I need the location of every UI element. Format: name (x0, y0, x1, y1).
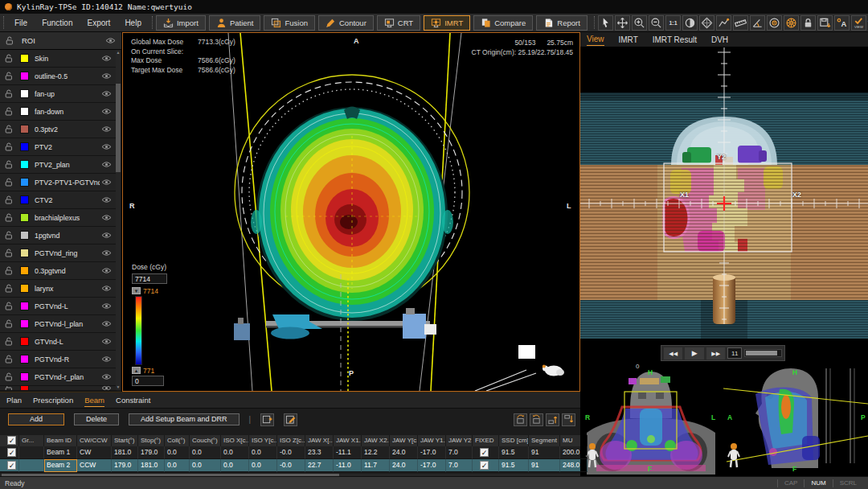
beam-group-cell[interactable] (19, 446, 44, 459)
roi-item[interactable] (0, 386, 117, 391)
lock-icon[interactable] (5, 372, 13, 381)
visibility-icon[interactable] (101, 249, 112, 257)
lock-icon[interactable] (5, 54, 13, 63)
toolbar-button-report[interactable]: Report (536, 15, 588, 31)
column-header[interactable]: Coll(°) (165, 435, 190, 446)
roi-color-swatch[interactable] (20, 355, 29, 364)
dose-max-marker[interactable]: ▼7714 (132, 286, 188, 295)
menu-function[interactable]: Function (35, 18, 80, 27)
beam-beam_id-cell[interactable]: Beam 2 (44, 459, 77, 472)
tool-probe[interactable] (716, 15, 731, 31)
play-button[interactable]: ▶ (685, 347, 703, 360)
visibility-icon[interactable] (101, 108, 112, 115)
visibility-icon[interactable] (101, 143, 112, 150)
row-select-cell[interactable]: ✓ (0, 446, 19, 459)
beam-coll-cell[interactable]: 0.0 (165, 446, 190, 459)
tool-angle[interactable] (750, 15, 765, 31)
beam-segment-cell[interactable]: 91 (529, 446, 560, 459)
beam-ssd-cell[interactable]: 91.5 (499, 446, 529, 459)
roi-item[interactable]: 1pgtvnd (0, 227, 117, 244)
roi-color-swatch[interactable] (20, 372, 29, 381)
checkbox-icon[interactable]: ✓ (7, 436, 16, 445)
tool-pan[interactable] (615, 15, 630, 31)
tab-imrt[interactable]: IMRT (619, 34, 638, 46)
tool-beam-wheel[interactable] (784, 15, 799, 31)
lock-icon[interactable] (5, 125, 13, 134)
roi-item[interactable]: PTV2-PTV1-PGTVnd-PGTVn: (0, 174, 117, 191)
marker-up-icon[interactable]: ▲ (132, 367, 141, 374)
lock-icon[interactable] (5, 337, 13, 346)
beam-iso_y-cell[interactable]: 0.0 (249, 446, 277, 459)
column-header[interactable]: Stop(°) (138, 435, 165, 446)
tab-beam[interactable]: Beam (84, 394, 104, 407)
roi-item[interactable]: GTVnd-L (0, 333, 117, 351)
tab-plan[interactable]: Plan (6, 394, 22, 406)
visibility-icon[interactable] (101, 373, 112, 380)
toolbar-button-compare[interactable]: Compare (473, 15, 533, 31)
lock-icon[interactable] (5, 231, 13, 240)
roi-item[interactable]: fan-down (0, 103, 117, 121)
rotate-right-button[interactable] (530, 413, 543, 426)
visibility-icon[interactable] (101, 285, 112, 292)
bev-view[interactable]: Y2 X1 X2 (580, 47, 868, 362)
tool-text-annotation[interactable]: A (834, 15, 850, 31)
visibility-icon[interactable] (101, 196, 112, 203)
beam-table-row[interactable]: ✓Beam 1CW181.0179.00.00.00.00.0-0.023.3-… (0, 446, 580, 459)
checkbox-icon[interactable]: ✓ (480, 461, 489, 470)
beam-jaw_x2-cell[interactable]: 11.7 (362, 459, 390, 472)
beam-iso_x-cell[interactable]: 0.0 (221, 459, 249, 472)
roi-item[interactable]: 0.3ptv2 (0, 121, 117, 138)
tab-imrt-result[interactable]: IMRT Result (653, 34, 697, 46)
rewind-button[interactable]: ◀◀ (664, 347, 682, 360)
delete-beam-button[interactable]: Delete (74, 413, 119, 425)
checkbox-icon[interactable]: ✓ (480, 448, 489, 457)
lock-icon[interactable] (5, 355, 13, 364)
new-window-button[interactable] (260, 413, 274, 426)
roi-color-swatch[interactable] (20, 178, 29, 187)
menu-export[interactable]: Export (80, 18, 117, 27)
column-header[interactable]: Couch(°) (190, 435, 221, 446)
add-setup-beam-drr-button[interactable]: Add Setup Beam and DRR (129, 413, 240, 425)
roi-color-swatch[interactable] (20, 72, 29, 80)
roi-color-swatch[interactable] (20, 266, 29, 275)
beam-jaw_x1-cell[interactable]: -11.1 (334, 446, 362, 459)
beam-jaw_y-cell[interactable]: 24.0 (390, 446, 418, 459)
column-header[interactable]: Start(°) (112, 435, 138, 446)
coronal-view[interactable]: H R L F (580, 362, 722, 476)
roi-item[interactable]: PTV2 (0, 138, 117, 156)
tool-save-view[interactable] (817, 15, 833, 31)
checkbox-icon[interactable]: ✓ (7, 461, 16, 470)
beam-jaw_y2-cell[interactable]: 7.0 (446, 459, 473, 472)
roi-scrollbar[interactable]: ▲ ▼ (116, 50, 121, 390)
roi-item[interactable]: Skin (0, 50, 117, 68)
roi-item[interactable]: fan-up (0, 85, 117, 103)
lock-icon[interactable] (5, 160, 13, 169)
toolbar-button-contour[interactable]: Contour (318, 15, 374, 31)
visibility-icon[interactable] (101, 386, 112, 391)
column-header[interactable]: JAW Y[c... (390, 435, 418, 446)
roi-color-swatch[interactable] (20, 89, 29, 98)
visibility-icon[interactable] (101, 214, 112, 221)
tool-zoom-in[interactable] (632, 15, 647, 31)
fast-forward-button[interactable]: ▶▶ (706, 347, 725, 360)
column-header[interactable]: ISO Y[c... (249, 435, 277, 446)
roi-color-swatch[interactable] (20, 231, 29, 240)
dose-min-marker[interactable]: ▲771 (132, 366, 188, 375)
toolbar-button-imrt[interactable]: IMRT (424, 15, 470, 31)
visibility-icon[interactable] (101, 90, 112, 97)
lock-icon[interactable] (5, 302, 13, 310)
visibility-icon[interactable] (101, 232, 112, 239)
rotate-left-button[interactable] (514, 413, 527, 426)
fixed-cell[interactable]: ✓ (473, 459, 499, 472)
lock-icon[interactable] (5, 107, 13, 116)
tool-pointer[interactable] (598, 15, 613, 31)
lock-icon[interactable] (5, 319, 13, 328)
beam-table-row[interactable]: ✓Beam 2CCW179.0181.00.00.00.00.0-0.022.7… (0, 459, 580, 472)
fixed-cell[interactable]: ✓ (473, 446, 499, 459)
visibility-icon[interactable] (101, 320, 112, 327)
lock-icon[interactable] (5, 178, 13, 187)
roi-item[interactable]: 0.3pgtvnd (0, 262, 117, 280)
column-header[interactable]: JAW X[... (305, 435, 334, 446)
column-header[interactable]: JAW X2... (362, 435, 390, 446)
visibility-icon[interactable] (101, 355, 112, 363)
